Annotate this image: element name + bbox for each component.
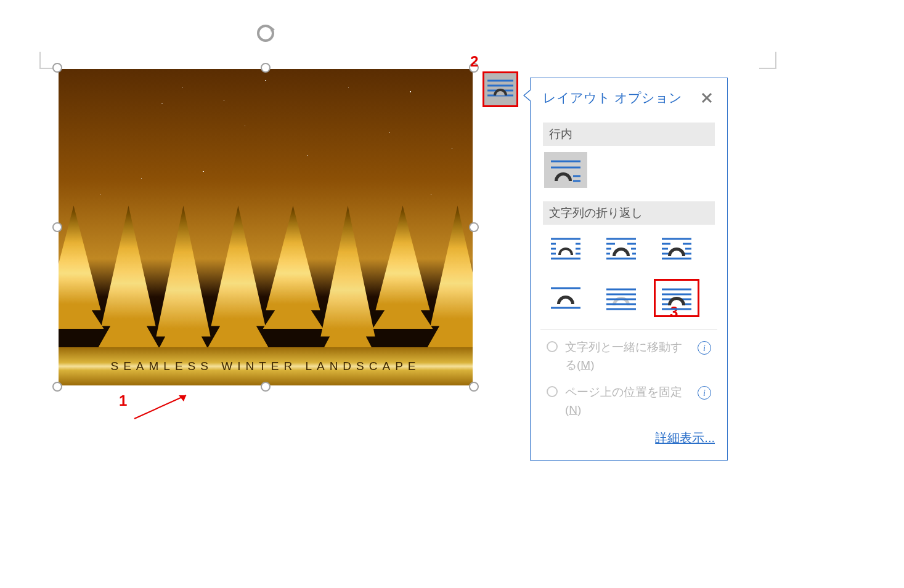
selected-image[interactable]: SEAMLESS WINTER LANDSCAPE: [59, 69, 473, 385]
annotation-1: 1: [119, 392, 127, 409]
info-icon[interactable]: i: [698, 386, 711, 400]
wrap-behind-icon: [604, 284, 638, 312]
radio-fix-label: ページ上の位置を固定(N): [565, 384, 690, 419]
radio-fix-on-page: ページ上の位置を固定(N) i: [547, 384, 711, 419]
wrap-front-icon: [659, 284, 694, 312]
wrap-inline-icon: [548, 156, 583, 183]
radio-move-label: 文字列と一緒に移動する(M): [565, 339, 690, 374]
resize-handle-bl[interactable]: [52, 382, 62, 392]
layout-options-icon: [486, 77, 515, 102]
radio-move-with-text: 文字列と一緒に移動する(M) i: [547, 339, 711, 374]
wrap-square-icon: [548, 235, 583, 262]
resize-handle-tl[interactable]: [52, 63, 62, 73]
section-inline: 行内: [543, 123, 715, 146]
see-more-link[interactable]: 詳細表示...: [543, 430, 715, 446]
resize-handle-t[interactable]: [261, 63, 271, 73]
wrap-option-inline[interactable]: [544, 152, 587, 188]
wrap-option-through[interactable]: [655, 231, 698, 267]
close-button[interactable]: [699, 92, 715, 103]
radio-icon: [547, 341, 558, 352]
info-icon[interactable]: i: [698, 341, 711, 355]
resize-handle-b[interactable]: [261, 382, 271, 392]
image-content: SEAMLESS WINTER LANDSCAPE: [59, 69, 473, 385]
wrap-topbottom-icon: [548, 284, 583, 312]
svg-point-0: [258, 26, 273, 41]
wrap-option-front[interactable]: [655, 280, 698, 316]
page-margin-corner-tr: [759, 52, 776, 69]
wrap-option-behind[interactable]: [600, 280, 643, 316]
layout-options-popup: レイアウト オプション 行内 文字列の折り返し: [530, 78, 728, 461]
resize-handle-l[interactable]: [52, 222, 62, 232]
close-icon: [701, 92, 712, 103]
radio-icon: [547, 386, 558, 397]
annotation-1-arrow: [129, 392, 197, 424]
section-wrap: 文字列の折り返し: [543, 201, 715, 225]
wrap-option-topbottom[interactable]: [544, 280, 587, 316]
wrap-option-tight[interactable]: [600, 231, 643, 267]
layout-options-button[interactable]: [483, 71, 518, 107]
rotate-handle[interactable]: [253, 21, 278, 46]
wrap-option-square[interactable]: [544, 231, 587, 267]
wrap-through-icon: [659, 235, 694, 262]
wrap-tight-icon: [604, 235, 638, 262]
resize-handle-r[interactable]: [469, 222, 479, 232]
popup-title: レイアウト オプション: [543, 89, 682, 107]
svg-line-1: [134, 395, 186, 419]
annotation-2: 2: [470, 53, 478, 70]
image-caption: SEAMLESS WINTER LANDSCAPE: [110, 360, 420, 373]
resize-handle-br[interactable]: [469, 382, 479, 392]
